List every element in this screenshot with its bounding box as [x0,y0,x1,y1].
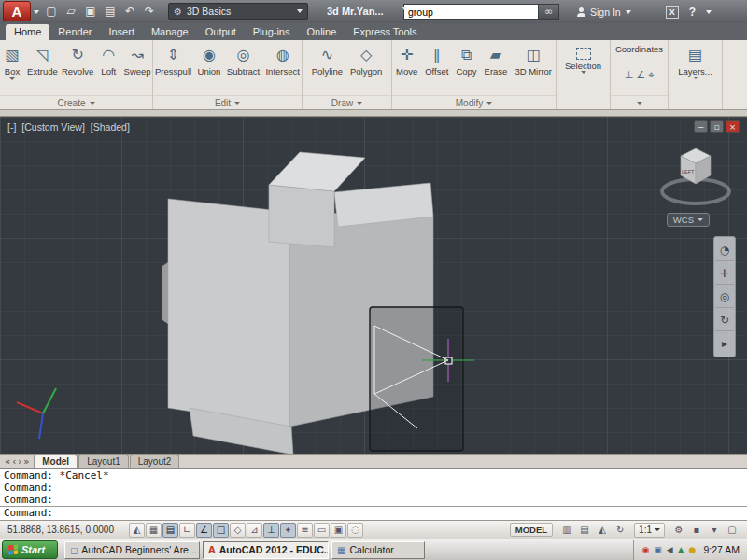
tray-icon[interactable]: ▲ [678,545,684,554]
qat-button[interactable]: ▤ [102,4,119,20]
status-toggle-button[interactable]: □ [213,523,229,538]
panel-title-edit[interactable]: Edit [153,95,302,109]
drawing-viewport[interactable]: LEFT [-] [Custom View] [Shaded] − ▫ × WC… [0,117,747,454]
status-toggle-button[interactable]: ▦ [146,523,162,538]
application-menu-button[interactable]: A [3,1,31,21]
layout-tab[interactable]: Layout1 [78,455,129,468]
exchange-apps-icon[interactable]: X [666,6,679,19]
status-toggle-button[interactable]: ⊿ [247,523,262,538]
status-toggle-button[interactable]: ∠ [196,523,212,538]
visual-style-menu[interactable]: [Shaded] [91,121,130,133]
tray-icon[interactable]: ● [689,545,697,554]
ribbon-tab[interactable]: Home [6,24,49,40]
ribbon-tab[interactable]: Insert [100,24,143,40]
panel-title-create[interactable]: Create [0,95,152,109]
layout-nav-arrow-icon[interactable]: › [18,456,21,467]
taskbar-button[interactable]: ◻ AutoCAD Beginners' Are... [64,541,200,559]
ribbon-tab[interactable]: Output [197,24,245,40]
ribbon-button[interactable]: ⇕ Presspull [153,43,193,77]
search-input[interactable] [403,4,539,20]
ribbon-button[interactable]: ↻ Revolve [61,43,94,77]
status-tool-icon[interactable]: ▤ [577,523,592,537]
panel-title-coordinates[interactable] [611,95,668,109]
taskbar-button[interactable]: A AutoCAD 2012 - EDUC... [203,541,329,559]
ribbon-button[interactable]: ◇ Polygon [347,43,385,77]
status-toggle-button[interactable]: ◌ [347,523,363,538]
ribbon-tab[interactable]: Express Tools [345,24,425,40]
help-icon[interactable]: ? [689,6,696,19]
status-tool-icon[interactable]: ▾ [707,523,722,537]
tray-icon[interactable]: ◀ [667,545,673,554]
viewport-window-button[interactable]: ▫ [710,120,724,133]
status-toggle-button[interactable]: ⊥ [263,523,279,538]
taskbar-button[interactable]: ▦ Calculator [331,541,425,559]
taskbar-clock[interactable]: 9:27 AM [700,544,740,555]
layout-tab[interactable]: Model [34,455,78,468]
tray-icon[interactable]: ◉ [641,545,649,554]
tray-icon[interactable]: ▣ [654,545,662,554]
navbar-tool-icon[interactable]: ✛ [715,262,734,285]
status-toggle-button[interactable]: ◭ [129,523,145,538]
qat-button[interactable]: ▢ [43,4,60,20]
layout-tab[interactable]: Layout2 [130,455,180,468]
ribbon-button[interactable]: ✛ Move [393,43,420,77]
workspace-switcher[interactable]: ⚙ 3D Basics [168,3,308,20]
layout-nav-arrow-icon[interactable]: ‹ [12,456,16,467]
viewport-window-button[interactable]: × [726,120,740,133]
selection-button[interactable]: Selection [562,43,604,74]
annotation-scale-button[interactable]: 1:1 [634,523,665,538]
viewport-controls-menu[interactable]: [-] [7,121,16,133]
layout-nav-arrow-icon[interactable]: « [5,456,10,467]
qat-button[interactable]: ↶ [121,4,138,20]
wcs-menu-button[interactable]: WCS [667,213,710,227]
ucs-tool-icon[interactable]: ∠ [636,69,645,81]
ribbon-tab[interactable]: Manage [143,24,197,40]
ribbon-button[interactable]: ◎ Subtract [225,43,262,77]
status-tool-icon[interactable]: ▢ [725,523,740,537]
command-prompt[interactable]: Command: [0,507,747,520]
status-toggle-button[interactable]: ◇ [230,523,246,538]
panel-title-modify[interactable]: Modify [392,95,556,109]
ribbon-button[interactable]: ◠ Loft [96,43,120,77]
help-caret-icon[interactable] [706,10,712,14]
ribbon-button[interactable]: ◉ Union [195,43,223,77]
layout-nav-arrow-icon[interactable]: » [23,456,29,467]
ribbon-button[interactable]: ▧ Box [0,43,24,80]
search-icon[interactable]: ∞ [539,4,559,20]
status-tool-icon[interactable]: ▪ [689,523,704,537]
panel-title-draw[interactable]: Draw [303,95,391,109]
viewport-window-button[interactable]: − [694,120,708,133]
navbar-tool-icon[interactable]: ↻ [715,309,734,331]
qat-button[interactable]: ↷ [141,4,158,20]
start-button[interactable]: Start [2,540,58,559]
status-toggle-button[interactable]: ∟ [179,523,195,538]
status-toggle-button[interactable]: ≡ [297,523,313,538]
ribbon-button[interactable]: ◍ Intersect [263,43,302,77]
status-toggle-button[interactable]: ▤ [162,523,178,538]
drawing-canvas[interactable]: LEFT [0,117,747,454]
status-tool-icon[interactable]: ↻ [613,523,627,537]
status-toggle-button[interactable]: ⌖ [280,523,296,538]
coordinate-readout[interactable]: 51.8868, 13.8615, 0.0000 [0,525,129,535]
ribbon-button[interactable]: ◫ 3D Mirror [512,43,555,77]
ribbon-button[interactable]: ⧉ Copy [453,43,479,77]
navbar-tool-icon[interactable]: ▸ [715,332,734,355]
application-menu-caret-icon[interactable] [34,10,39,14]
ribbon-button[interactable]: ▰ Erase [482,43,511,77]
ribbon-button[interactable]: ↝ Sweep [122,43,152,77]
status-toggle-button[interactable]: ▭ [314,523,330,538]
navbar-tool-icon[interactable]: ◎ [715,286,734,308]
ribbon-button[interactable]: ∥ Offset [422,43,451,77]
ribbon-tab[interactable]: Plug-ins [245,24,299,40]
model-space-button[interactable]: MODEL [510,523,553,537]
ribbon-tab[interactable]: Render [49,24,100,40]
status-toggle-button[interactable]: ▣ [331,523,346,538]
view-controls-menu[interactable]: [Custom View] [21,121,85,133]
qat-button[interactable]: ▣ [82,4,99,20]
sign-in-button[interactable]: Sign In [577,0,631,23]
status-tool-icon[interactable]: ◭ [595,523,610,537]
status-tool-icon[interactable]: ▥ [559,523,574,537]
ribbon-button[interactable]: ◹ Extrude [26,43,59,77]
ucs-tool-icon[interactable]: ⊥ [625,69,634,81]
ribbon-tab[interactable]: Online [298,24,345,40]
